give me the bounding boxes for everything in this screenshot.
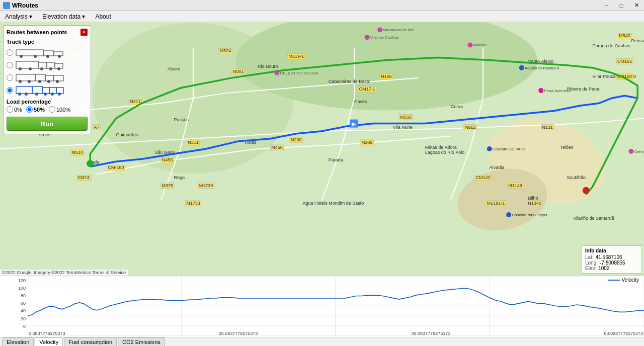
info-elev-row: Elev: 1002 (585, 266, 638, 271)
load-options: 0% 50% 100% (7, 106, 88, 113)
map-area: Routes between points ✕ Truck type (0, 22, 644, 276)
menu-elevation-data[interactable]: Elevation data ▾ (37, 12, 90, 21)
truck-option-3[interactable] (7, 72, 88, 83)
svg-point-35 (58, 93, 61, 96)
main-area: Routes between points ✕ Truck type (0, 22, 644, 346)
svg-point-13 (40, 67, 43, 70)
svg-point-31 (25, 93, 28, 96)
chart-area: 120 100 80 60 40 20 0 (0, 276, 644, 346)
svg-rect-1 (44, 51, 54, 56)
lat-label: Lat: (585, 254, 594, 260)
load-opt-100[interactable]: 100% (49, 106, 70, 113)
y-label-120: 120 (2, 278, 26, 283)
truck-icon-2 (15, 59, 65, 70)
tab-co2-emissions[interactable]: CO2 Emissions (118, 337, 165, 346)
svg-point-4 (34, 55, 37, 58)
tab-velocity[interactable]: Velocity (35, 337, 63, 346)
menu-about[interactable]: About (90, 12, 116, 21)
truck-radio-2[interactable] (7, 62, 13, 68)
svg-point-30 (18, 93, 21, 96)
chart-svg (28, 276, 644, 337)
truck-icon-3 (15, 72, 65, 83)
truck-radio-3[interactable] (7, 74, 13, 81)
map-attribution: ©2022 Google, Imagery ©2022 TerraMetrics… (0, 270, 128, 276)
svg-point-12 (29, 67, 32, 70)
elev-label: Elev: (585, 266, 596, 271)
x-label-0: 0.0837778275373 (29, 331, 65, 336)
y-label-40: 40 (2, 308, 26, 313)
map-canvas[interactable] (0, 22, 644, 276)
svg-point-6 (58, 55, 61, 58)
truck-option-1[interactable] (7, 47, 88, 58)
svg-rect-19 (53, 75, 63, 81)
info-title: Info data (585, 248, 638, 253)
lon-value: -7.8008855 (600, 260, 625, 266)
truck-option-4[interactable] (7, 84, 88, 96)
lon-label: Long: (585, 260, 598, 266)
legend-label: Velocity (622, 277, 639, 283)
svg-point-32 (35, 93, 38, 96)
chart-tabs: Elevation Velocity Fuel consumption CO2 … (0, 337, 644, 346)
side-panel: Routes between points ✕ Truck type (3, 25, 91, 134)
y-label-0: 0 (2, 324, 26, 329)
svg-rect-17 (35, 74, 45, 81)
titlebar: WRoutes − □ ✕ (0, 0, 644, 11)
chart-container: 120 100 80 60 40 20 0 (0, 276, 644, 337)
chart-yaxis: 120 100 80 60 40 20 0 (0, 276, 28, 337)
y-label-20: 20 (2, 316, 26, 321)
truck-icon-4 (15, 84, 65, 96)
svg-point-5 (46, 55, 49, 58)
x-label-40: 40.0837778275373 (412, 331, 451, 336)
info-box: Info data Lat: 41.5687106 Long: -7.80088… (582, 245, 642, 274)
tab-fuel-consumption[interactable]: Fuel consumption (64, 337, 117, 346)
app-title: WRoutes (12, 2, 38, 9)
run-button[interactable]: Run (7, 117, 88, 131)
svg-point-24 (56, 80, 59, 83)
menu-analysis[interactable]: Analysis ▾ (0, 12, 37, 21)
elev-value: 1002 (598, 266, 609, 271)
menubar: Analysis ▾ Elevation data ▾ About (0, 11, 644, 22)
tab-elevation[interactable]: Elevation (2, 337, 34, 346)
svg-point-11 (19, 67, 22, 70)
truck-icon-1 (15, 47, 65, 58)
chart-main[interactable]: 0.0837778275373 20.0837778275373 40.0837… (28, 276, 644, 337)
legend-line (608, 280, 620, 281)
app-icon (3, 2, 10, 9)
truck-type-label: Truck type (7, 39, 88, 45)
svg-rect-25 (16, 86, 32, 94)
panel-title: Routes between points (7, 29, 67, 35)
window-controls: − □ ✕ (599, 0, 644, 11)
load-opt-0[interactable]: 0% (7, 106, 22, 113)
svg-point-23 (47, 80, 50, 83)
svg-rect-26 (32, 86, 42, 94)
load-opt-50[interactable]: 50% (26, 106, 45, 113)
svg-point-15 (57, 67, 60, 70)
svg-point-20 (19, 80, 22, 83)
svg-rect-0 (16, 50, 44, 56)
svg-point-14 (49, 67, 52, 70)
load-percentage-label: Load percentage (7, 99, 88, 105)
maximize-button[interactable]: □ (614, 0, 629, 11)
minimize-button[interactable]: − (599, 0, 614, 11)
svg-rect-7 (16, 61, 39, 68)
panel-close-button[interactable]: ✕ (80, 29, 88, 36)
y-label-100: 100 (2, 286, 26, 291)
info-lat-row: Lat: 41.5687106 (585, 254, 638, 260)
x-label-60: 60.0837778275373 (604, 331, 643, 336)
x-label-20: 20.0837778275373 (219, 331, 258, 336)
svg-point-3 (20, 55, 23, 58)
svg-rect-16 (16, 74, 35, 81)
truck-radio-1[interactable] (7, 49, 13, 56)
truck-radio-4[interactable] (7, 87, 13, 94)
svg-point-21 (28, 80, 31, 83)
svg-point-34 (51, 93, 54, 96)
panel-header: Routes between points ✕ (7, 29, 88, 36)
lat-value: 41.5687106 (596, 254, 622, 260)
close-button[interactable]: ✕ (629, 0, 644, 11)
y-label-80: 80 (2, 293, 26, 298)
info-lon-row: Long: -7.8008855 (585, 260, 638, 266)
y-label-60: 60 (2, 301, 26, 306)
svg-point-22 (38, 80, 41, 83)
svg-rect-8 (39, 62, 47, 68)
truck-option-2[interactable] (7, 59, 88, 70)
